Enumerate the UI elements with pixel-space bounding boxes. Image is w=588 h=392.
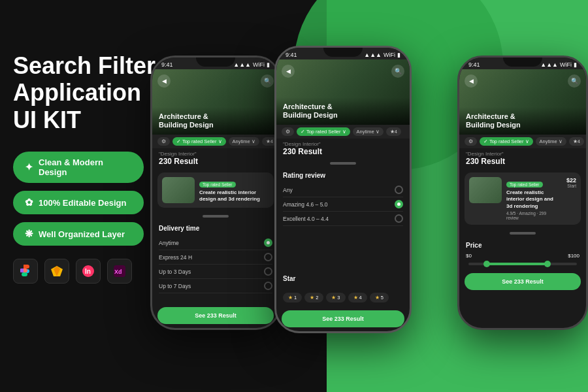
search-button-left[interactable]: 🔍	[261, 74, 274, 88]
phone-left-hero: ◀ 🔍 Architecture & Building Design	[152, 69, 279, 135]
see-result-button-left[interactable]: See 233 Result	[157, 307, 274, 324]
chip-stars-center[interactable]: ★4	[386, 127, 401, 136]
chip-anytime[interactable]: Anytime ∨	[229, 137, 259, 146]
svg-text:Xd: Xd	[114, 269, 122, 275]
edit-icon: ✿	[25, 197, 33, 208]
hero-title-left: Architecture & Building Design	[159, 112, 272, 129]
filter-option-3days[interactable]: Up to 3 Days	[159, 265, 272, 279]
results-bar-center: "Design Interior" 230 Result	[276, 139, 410, 159]
chip-filter-icon-right[interactable]: ⚙	[465, 137, 477, 146]
wand-icon: ✦	[25, 161, 33, 173]
chip-top-seller-right[interactable]: ✓ Top rated Seller ∨	[480, 137, 533, 146]
radio-amazing[interactable]	[395, 200, 403, 208]
filter-section-center: Rating review Any Amazing 4.6 – 5.0 Exce…	[276, 168, 410, 272]
bottom-drag-center	[330, 162, 356, 165]
phone-right-hero: ◀ 🔍 Architecture & Building Design	[459, 69, 586, 135]
phone-right-inner: 9:41 ▲▲▲ WiFi ▮ ◀ 🔍 Architecture & Build…	[459, 57, 586, 328]
search-button-right[interactable]: 🔍	[568, 74, 581, 88]
mini-card-price-right: $22 Start	[564, 177, 576, 220]
phone-left-inner: 9:41 ▲▲▲ WiFi ▮ ◀ 🔍 Architecture & Build…	[152, 57, 279, 328]
filter-chips-center: ⚙ ✓ Top rated Seller ∨ Anytime ∨ ★4	[276, 125, 410, 139]
mini-card-left[interactable]: Top rated Seller Create realistic interi…	[157, 172, 274, 208]
xd-icon: Xd	[107, 259, 132, 284]
filter-option-24h[interactable]: Express 24 H	[159, 250, 272, 265]
price-row: $0 $100	[466, 253, 580, 259]
tool-icons: In Xd	[13, 259, 157, 284]
radio-excellent[interactable]	[395, 214, 403, 223]
chip-anytime-center[interactable]: Anytime ∨	[353, 127, 384, 136]
price-slider-fill	[485, 263, 550, 265]
phone-right: 9:41 ▲▲▲ WiFi ▮ ◀ 🔍 Architecture & Build…	[457, 56, 588, 330]
radio-any[interactable]	[395, 186, 403, 194]
filter-option-amazing[interactable]: Amazing 4.6 – 5.0	[283, 197, 403, 212]
figma-icon	[13, 259, 38, 284]
status-icons-left: ▲▲▲ WiFi ▮	[233, 61, 270, 68]
hero-overlay-left: Architecture & Building Design	[152, 107, 279, 135]
bottom-drag-right	[510, 232, 536, 235]
filter-option-any[interactable]: Any	[283, 183, 403, 197]
mini-card-text-right: Top rated Seller Create realistic interi…	[506, 177, 559, 220]
star-4[interactable]: ★4	[348, 293, 367, 302]
filter-option-anytime[interactable]: Anytime	[159, 236, 272, 250]
notch-right	[503, 57, 542, 67]
back-button-left[interactable]: ◀	[157, 74, 171, 88]
radio-7days[interactable]	[264, 282, 272, 290]
star-2[interactable]: ★2	[304, 293, 323, 302]
star-row: ★1 ★2 ★3 ★4 ★5	[276, 289, 410, 306]
hero-title-center: Architecture & Building Design	[283, 103, 403, 120]
bottom-drag-left	[203, 215, 229, 218]
filter-option-7days[interactable]: Up to 7 Days	[159, 279, 272, 293]
phone-center-inner: 9:41 ▲▲▲ WiFi ▮ ◀ 🔍 Architecture & Build…	[276, 48, 410, 331]
hero-overlay-center: Architecture & Building Design	[276, 97, 410, 125]
phone-center-hero: ◀ 🔍 Architecture & Building Design	[276, 59, 410, 125]
see-result-button-center[interactable]: See 233 Result	[282, 310, 404, 327]
layers-icon: ❋	[25, 228, 33, 240]
notch-left	[196, 57, 235, 67]
chip-anytime-right[interactable]: Anytime ∨	[536, 137, 566, 146]
main-title: Search Filter Application UI KIT	[13, 52, 157, 133]
left-panel: Search Filter Application UI KIT ✦ Clean…	[13, 52, 157, 284]
filter-chips-right: ⚙ ✓ Top rated Seller ∨ Anytime ∨ ★4	[459, 135, 586, 148]
star-3[interactable]: ★3	[326, 293, 345, 302]
hero-title-right: Architecture & Building Design	[466, 112, 580, 129]
see-result-button-right[interactable]: See 233 Result	[465, 273, 581, 290]
star-title: Star	[276, 272, 410, 285]
badge-organized[interactable]: ❋ Well Organized Layer	[13, 222, 144, 246]
radio-24h[interactable]	[264, 253, 272, 261]
price-section-right: Price $0 $100	[459, 238, 586, 269]
mini-card-text-left: Top rated Seller Create realistic interi…	[199, 177, 269, 203]
chip-top-seller-center[interactable]: ✓ Top rated Seller ∨	[297, 127, 350, 136]
star-1[interactable]: ★1	[283, 293, 302, 302]
sketch-icon	[44, 259, 69, 284]
price-slider[interactable]	[468, 263, 577, 265]
filter-chips-left: ⚙ ✓ Top rated Seller ∨ Anytime ∨ ★4	[152, 135, 279, 148]
status-icons-right: ▲▲▲ WiFi ▮	[540, 61, 577, 68]
chip-top-seller[interactable]: ✓ Top rated Seller ∨	[172, 137, 226, 146]
badge-clean-design[interactable]: ✦ Clean & Modern Design	[13, 152, 144, 183]
back-button-right[interactable]: ◀	[465, 74, 478, 88]
chip-stars-right[interactable]: ★4	[569, 137, 584, 146]
phones-container: 9:41 ▲▲▲ WiFi ▮ ◀ 🔍 Architecture & Build…	[144, 0, 588, 392]
star-5[interactable]: ★5	[370, 293, 389, 302]
chip-filter-icon[interactable]: ⚙	[157, 137, 170, 146]
chip-filter-icon-center[interactable]: ⚙	[282, 127, 294, 136]
results-bar-left: "Design Interior" 230 Result	[152, 148, 279, 169]
mini-card-image-right	[469, 177, 502, 203]
filter-option-excellent[interactable]: Excellent 4.0 – 4.4	[283, 212, 403, 226]
notch-center	[323, 48, 363, 57]
search-button-center[interactable]: 🔍	[391, 65, 404, 78]
svg-text:In: In	[85, 268, 91, 275]
price-thumb-right[interactable]	[544, 261, 551, 267]
mini-card-right[interactable]: Top rated Seller Create realistic interi…	[465, 172, 581, 225]
back-button-center[interactable]: ◀	[282, 65, 295, 78]
badge-editable[interactable]: ✿ 100% Editable Design	[13, 191, 144, 214]
price-thumb-left[interactable]	[483, 261, 490, 267]
radio-3days[interactable]	[264, 267, 272, 276]
filter-section-left: Delivery time Anytime Express 24 H Up to…	[152, 221, 279, 303]
mini-card-image-left	[162, 177, 195, 203]
hero-overlay-right: Architecture & Building Design	[459, 107, 586, 135]
phone-left: 9:41 ▲▲▲ WiFi ▮ ◀ 🔍 Architecture & Build…	[150, 56, 281, 330]
invision-icon: In	[76, 259, 101, 284]
radio-anytime[interactable]	[264, 238, 272, 247]
results-bar-right: "Design Interior" 230 Result	[459, 148, 586, 169]
